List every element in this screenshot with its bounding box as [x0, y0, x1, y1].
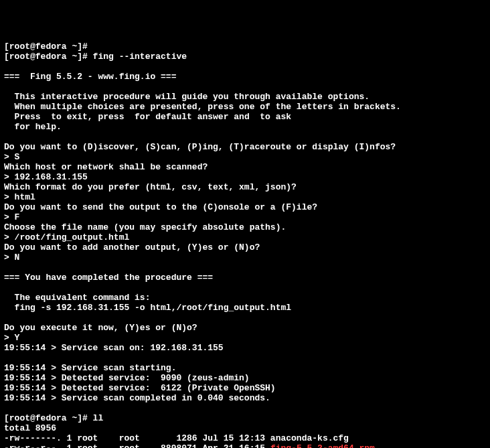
- terminal-line: 19:55:14 > Detected service: 9090 (zeus-…: [4, 373, 486, 383]
- terminal-line: Press to exit, press for default answer …: [4, 112, 486, 122]
- terminal-line: Do you execute it now, (Y)es or (N)o?: [4, 323, 486, 333]
- terminal-line: [root@fedora ~]#: [4, 42, 486, 52]
- terminal-line: [4, 263, 486, 273]
- terminal-line: When multiple choices are presented, pre…: [4, 102, 486, 112]
- terminal-line: 19:55:14 > Detected service: 6122 (Priva…: [4, 383, 486, 393]
- terminal-line: 19:55:14 > Service scan completed in 0.0…: [4, 393, 486, 403]
- terminal-line: -rw-r--r--. 1 root root 8898071 Apr 21 1…: [4, 443, 486, 448]
- terminal-line: [root@fedora ~]# fing --interactive: [4, 52, 486, 62]
- terminal-line: Choose the file name (you may specify ab…: [4, 222, 486, 232]
- terminal-line: [4, 353, 486, 363]
- terminal-line: [4, 82, 486, 92]
- terminal-line: [4, 283, 486, 293]
- terminal-line: > F: [4, 212, 486, 222]
- terminal-line: This interactive procedure will guide yo…: [4, 92, 486, 102]
- terminal-line: for help.: [4, 122, 486, 132]
- terminal-output[interactable]: [root@fedora ~]#[root@fedora ~]# fing --…: [0, 40, 490, 448]
- terminal-line: The equivalent command is:: [4, 293, 486, 303]
- terminal-line: Do you want to (D)iscover, (S)can, (P)in…: [4, 142, 486, 152]
- terminal-line: > /root/fing_output.html: [4, 232, 486, 242]
- terminal-line: Do you want to send the output to the (C…: [4, 202, 486, 212]
- terminal-line: > S: [4, 152, 486, 162]
- terminal-segment: -rw-r--r--. 1 root root 8898071 Apr 21 1…: [4, 443, 270, 448]
- terminal-line: > N: [4, 252, 486, 263]
- terminal-line: total 8956: [4, 423, 486, 433]
- terminal-segment: fing-5.5.2-amd64.rpm: [270, 443, 375, 448]
- terminal-line: Which host or network shall be scanned?: [4, 162, 486, 172]
- terminal-line: === You have completed the procedure ===: [4, 273, 486, 283]
- terminal-line: 19:55:14 > Service scan starting.: [4, 363, 486, 373]
- terminal-line: [root@fedora ~]# ll: [4, 413, 486, 423]
- terminal-line: > html: [4, 192, 486, 202]
- terminal-line: [4, 313, 486, 323]
- terminal-line: 19:55:14 > Service scan on: 192.168.31.1…: [4, 343, 486, 353]
- terminal-line: [4, 62, 486, 72]
- terminal-line: [4, 403, 486, 413]
- terminal-line: > 192.168.31.155: [4, 172, 486, 182]
- terminal-line: [4, 132, 486, 142]
- terminal-line: Which format do you prefer (html, csv, t…: [4, 182, 486, 192]
- terminal-line: === Fing 5.5.2 - www.fing.io ===: [4, 72, 486, 82]
- terminal-line: > Y: [4, 333, 486, 343]
- terminal-line: Do you want to add another output, (Y)es…: [4, 242, 486, 252]
- terminal-line: -rw-------. 1 root root 1286 Jul 15 12:1…: [4, 433, 486, 443]
- terminal-line: fing -s 192.168.31.155 -o html,/root/fin…: [4, 303, 486, 313]
